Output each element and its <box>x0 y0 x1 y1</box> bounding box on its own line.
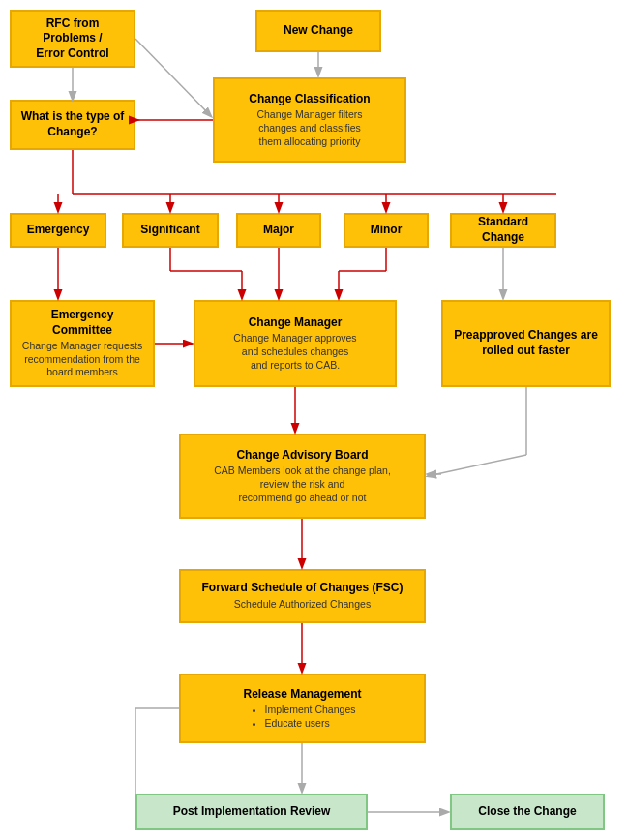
emergency-committee-subtitle: Change Manager requests recommendation f… <box>22 340 142 379</box>
significant-box: Significant <box>122 213 219 248</box>
what-type-box: What is the type of Change? <box>10 100 135 150</box>
major-title: Major <box>263 223 294 238</box>
change-classification-title: Change Classification <box>249 92 370 107</box>
cab-title: Change Advisory Board <box>236 448 368 464</box>
close-change-title: Close the Change <box>478 804 576 820</box>
fsc-box: Forward Schedule of Changes (FSC) Schedu… <box>179 569 426 623</box>
emergency-box: Emergency <box>10 213 106 248</box>
release-management-bullets: Implement Changes Educate users <box>250 704 356 730</box>
significant-title: Significant <box>140 223 199 238</box>
minor-box: Minor <box>344 213 429 248</box>
cab-box: Change Advisory Board CAB Members look a… <box>179 434 426 519</box>
release-management-box: Release Management Implement Changes Edu… <box>179 674 426 743</box>
emergency-committee-title: Emergency Committee <box>19 308 145 338</box>
rfc-box: RFC from Problems / Error Control <box>10 10 135 68</box>
emergency-committee-box: Emergency Committee Change Manager reque… <box>10 300 155 387</box>
new-change-title: New Change <box>284 23 353 39</box>
change-manager-title: Change Manager <box>249 315 343 331</box>
release-bullet-1: Implement Changes <box>265 704 356 717</box>
cab-subtitle: CAB Members look at the change plan, rev… <box>214 465 391 504</box>
preapproved-title: Preapproved Changes are rolled out faste… <box>454 328 598 358</box>
minor-title: Minor <box>371 223 403 238</box>
release-bullet-2: Educate users <box>265 717 356 731</box>
release-management-title: Release Management <box>243 687 361 703</box>
change-manager-box: Change Manager Change Manager approves a… <box>194 300 397 387</box>
close-change-box: Close the Change <box>450 794 605 830</box>
rfc-title: RFC from Problems / Error Control <box>19 16 126 62</box>
diagram: RFC from Problems / Error Control New Ch… <box>0 0 628 840</box>
emergency-title: Emergency <box>27 223 90 238</box>
svg-line-23 <box>428 455 526 476</box>
what-type-title: What is the type of Change? <box>21 109 125 139</box>
standard-change-title: Standard Change <box>460 215 547 245</box>
change-classification-subtitle: Change Manager filters changes and class… <box>256 108 362 148</box>
change-classification-box: Change Classification Change Manager fil… <box>213 77 406 163</box>
new-change-box: New Change <box>255 10 381 52</box>
standard-change-box: Standard Change <box>450 213 556 248</box>
post-implementation-box: Post Implementation Review <box>135 794 368 830</box>
svg-line-1 <box>135 39 211 116</box>
fsc-title: Forward Schedule of Changes (FSC) <box>201 581 403 596</box>
change-manager-subtitle: Change Manager approves and schedules ch… <box>233 332 356 372</box>
post-implementation-title: Post Implementation Review <box>173 804 331 820</box>
fsc-subtitle: Schedule Authorized Changes <box>234 598 371 612</box>
major-box: Major <box>236 213 321 248</box>
preapproved-box: Preapproved Changes are rolled out faste… <box>441 300 611 387</box>
